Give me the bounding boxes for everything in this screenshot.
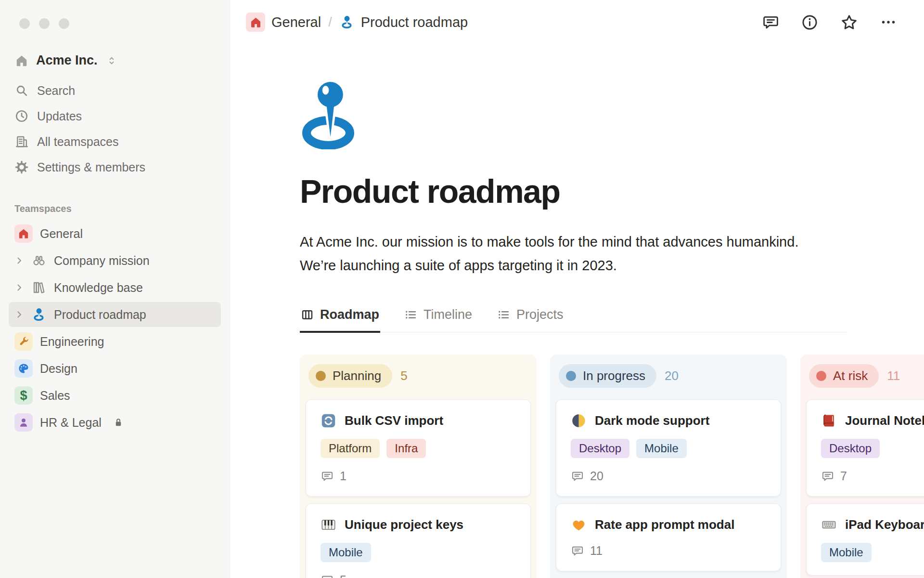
status-label: At risk [833, 368, 868, 383]
status-dot [566, 371, 576, 381]
comment-count: 7 [840, 469, 847, 483]
window-dot[interactable] [59, 18, 69, 29]
workspace-switcher[interactable]: Acme Inc. [9, 49, 221, 72]
tab-timeline[interactable]: Timeline [403, 303, 473, 332]
column-header: In progress 20 [556, 360, 781, 393]
workspace-name: Acme Inc. [36, 53, 98, 68]
sidebar-item-all-teamspaces[interactable]: All teamspaces [9, 130, 221, 154]
topbar-actions [762, 13, 897, 32]
comment-button[interactable] [762, 13, 780, 31]
list-view-icon [497, 308, 510, 321]
card-ipad-keyboard[interactable]: iPad Keyboard Mobile [806, 503, 924, 576]
card-title: iPad Keyboard [845, 517, 924, 532]
card-title: Journal Notebook [845, 413, 924, 428]
window-controls[interactable] [0, 18, 230, 29]
info-button[interactable] [801, 13, 819, 31]
sidebar-item-label: Product roadmap [54, 308, 146, 322]
card-bulk-csv-import[interactable]: Bulk CSV import Platform Infra 1 [306, 399, 531, 497]
window-dot[interactable] [19, 18, 30, 29]
red-book-icon [821, 413, 837, 429]
home-icon [14, 53, 29, 68]
breadcrumb-label: General [271, 14, 321, 30]
card-title: Dark mode support [595, 413, 709, 428]
round-pushpin-icon [31, 307, 47, 322]
tab-projects[interactable]: Projects [496, 303, 565, 332]
sidebar-item-engineering[interactable]: Engineering [9, 329, 221, 354]
sidebar-item-settings[interactable]: Settings & members [9, 155, 221, 179]
sidebar-item-label: Company mission [54, 254, 150, 268]
keyboard-icon [821, 517, 837, 533]
card-dark-mode-support[interactable]: Dark mode support Desktop Mobile 20 [556, 399, 781, 497]
breadcrumb-product-roadmap[interactable]: Product roadmap [339, 14, 468, 30]
breadcrumb-separator: / [328, 15, 332, 30]
sidebar-item-label: Updates [37, 109, 82, 123]
sidebar-item-label: Design [40, 362, 77, 376]
more-options-button[interactable] [880, 13, 897, 31]
comment-count-icon [821, 470, 834, 483]
tab-label: Roadmap [320, 307, 379, 322]
sidebar-item-company-mission[interactable]: Company mission [9, 248, 221, 273]
status-label: In progress [583, 368, 645, 383]
tab-label: Projects [516, 307, 564, 322]
comment-count-icon [571, 470, 584, 483]
card-journal-notebook[interactable]: Journal Notebook Desktop 7 [806, 399, 924, 497]
main-area: General / Product roadmap [230, 0, 924, 578]
chevron-updown-icon [106, 55, 117, 66]
dollar-icon: $ [14, 386, 33, 405]
sidebar-item-label: All teamspaces [37, 135, 119, 149]
card-rate-app-prompt-modal[interactable]: Rate app prompt modal 11 [556, 503, 781, 571]
tag: Platform [321, 439, 380, 458]
kanban-board: Planning 5 Bulk CSV import Platform Infr… [300, 355, 924, 578]
card-title: Rate app prompt modal [595, 517, 734, 532]
sidebar-item-search[interactable]: Search [9, 79, 221, 103]
teamspaces-section-label: Teamspaces [9, 203, 221, 214]
sidebar-item-sales[interactable]: $ Sales [9, 383, 221, 408]
card-unique-project-keys[interactable]: Unique project keys Mobile 5 [306, 503, 531, 578]
sidebar-item-updates[interactable]: Updates [9, 104, 221, 128]
column-count: 11 [887, 368, 900, 383]
comment-count: 11 [590, 544, 603, 558]
board-view-icon [301, 308, 314, 321]
half-moon-icon [571, 413, 587, 429]
comment-count-icon [321, 470, 334, 483]
sidebar-item-design[interactable]: Design [9, 356, 221, 381]
sidebar: Acme Inc. Search Updates All teamspaces … [0, 0, 230, 578]
column-in-progress: In progress 20 Dark mode support Desktop… [550, 355, 787, 578]
comment-count: 1 [340, 469, 346, 483]
tab-label: Timeline [424, 307, 472, 322]
sidebar-item-general[interactable]: General [9, 221, 221, 246]
tag: Desktop [821, 439, 880, 458]
chevron-right-icon[interactable] [14, 283, 24, 292]
books-icon [31, 280, 47, 295]
sidebar-item-product-roadmap[interactable]: Product roadmap [9, 302, 221, 327]
window-dot[interactable] [39, 18, 50, 29]
sidebar-item-label: Sales [40, 389, 70, 403]
timeline-view-icon [404, 308, 417, 321]
chevron-right-icon[interactable] [14, 310, 24, 319]
column-header: Planning 5 [306, 360, 531, 393]
sidebar-item-label: Engineering [40, 335, 104, 349]
search-icon [14, 83, 29, 98]
tag: Infra [386, 439, 426, 458]
favorite-star-button[interactable] [840, 13, 859, 32]
status-badge[interactable]: Planning [308, 364, 392, 388]
sidebar-item-knowledge-base[interactable]: Knowledge base [9, 275, 221, 300]
page-content: Product roadmap At Acme Inc. our mission… [230, 44, 924, 578]
comment-count-icon [571, 544, 584, 558]
status-dot [316, 371, 326, 381]
page-title[interactable]: Product roadmap [300, 172, 924, 210]
sidebar-item-label: General [40, 227, 83, 241]
breadcrumb-label: Product roadmap [361, 14, 468, 30]
status-dot [816, 371, 826, 381]
chevron-right-icon[interactable] [14, 256, 24, 265]
column-at-risk: At risk 11 Journal Notebook Desktop [800, 355, 924, 578]
status-badge[interactable]: At risk [809, 364, 879, 388]
breadcrumb: General / Product roadmap [246, 13, 468, 32]
tab-roadmap[interactable]: Roadmap [300, 303, 380, 332]
breadcrumb-general[interactable]: General [246, 13, 321, 32]
wrench-icon [14, 332, 33, 351]
page-icon-pushpin[interactable] [300, 81, 361, 149]
page-description[interactable]: At Acme Inc. our mission is to make tool… [300, 230, 817, 277]
sidebar-item-hr-legal[interactable]: HR & Legal [9, 410, 221, 435]
status-badge[interactable]: In progress [559, 364, 656, 388]
